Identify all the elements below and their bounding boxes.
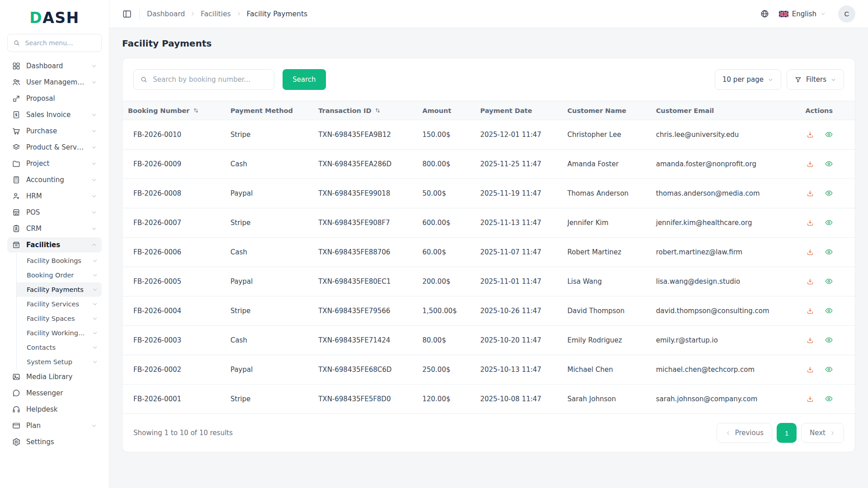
- table-header: Booking Number Payment Method Transactio…: [123, 101, 855, 120]
- cell-amount: 800.00$: [417, 150, 475, 179]
- sidebar-item-label: CRM: [26, 225, 85, 233]
- table-row: FB-2026-0001 Stripe TXN-698435FE5F8D0 12…: [123, 385, 855, 414]
- view-button[interactable]: [824, 394, 834, 404]
- cell-customer-email: robert.martinez@law.firm: [651, 238, 800, 267]
- sidebar-item[interactable]: Facility Services: [16, 297, 102, 311]
- column-header-label: Transaction ID: [318, 107, 371, 114]
- sidebar-item[interactable]: Facility Bookings: [16, 253, 102, 268]
- sidebar-item-label: Facility Services: [27, 300, 86, 308]
- sidebar-item[interactable]: Plan: [7, 418, 102, 433]
- view-button[interactable]: [824, 129, 834, 140]
- view-button[interactable]: [824, 247, 834, 257]
- language-selector[interactable]: English: [776, 9, 829, 19]
- current-page-button[interactable]: 1: [777, 423, 797, 443]
- booking-search-input[interactable]: [152, 75, 268, 84]
- sidebar-item[interactable]: Facility Payments: [16, 282, 102, 297]
- avatar[interactable]: C: [838, 5, 855, 23]
- cell-amount: 150.00$: [417, 120, 475, 150]
- download-button[interactable]: [805, 130, 815, 140]
- sidebar-toggle-button[interactable]: [122, 9, 132, 19]
- per-page-select[interactable]: 10 per page: [715, 69, 781, 90]
- sidebar-item[interactable]: Purchase: [7, 123, 102, 139]
- download-button[interactable]: [805, 306, 815, 316]
- download-button[interactable]: [805, 218, 815, 228]
- sidebar-item[interactable]: Facility Working Hours: [16, 326, 102, 340]
- cell-customer-email: michael.chen@techcorp.com: [651, 355, 800, 385]
- view-button[interactable]: [824, 335, 834, 345]
- sidebar-item-label: Proposal: [26, 94, 97, 103]
- sidebar-item[interactable]: System Setup: [16, 355, 102, 369]
- download-button[interactable]: [805, 365, 815, 375]
- filters-button[interactable]: Filters: [787, 69, 844, 90]
- brand-logo-accent: D: [29, 9, 42, 27]
- sidebar-item-label: Booking Order: [27, 272, 86, 279]
- view-button[interactable]: [824, 364, 834, 375]
- page-title: Facility Payments: [122, 38, 855, 49]
- chevron-down-icon: [91, 63, 97, 69]
- breadcrumb-facilities[interactable]: Facilities: [201, 10, 231, 18]
- sidebar-item[interactable]: HRM: [7, 188, 102, 204]
- cell-actions: [800, 179, 855, 208]
- previous-page-button[interactable]: Previous: [717, 423, 772, 443]
- sidebar-item[interactable]: Helpdesk: [7, 402, 102, 417]
- sidebar-item[interactable]: Dashboard: [7, 58, 102, 74]
- sidebar-item[interactable]: Facilities: [7, 237, 102, 253]
- cell-customer-name: Amanda Foster: [562, 150, 651, 179]
- view-button[interactable]: [824, 159, 834, 169]
- download-button[interactable]: [805, 335, 815, 345]
- eye-icon: [825, 189, 833, 197]
- sidebar-item[interactable]: Settings: [7, 434, 102, 450]
- sidebar-item[interactable]: Media Library: [7, 369, 102, 385]
- download-button[interactable]: [805, 159, 815, 169]
- sidebar-item[interactable]: POS: [7, 205, 102, 220]
- view-button[interactable]: [824, 217, 834, 228]
- download-button[interactable]: [805, 247, 815, 257]
- download-icon: [806, 395, 814, 403]
- view-button[interactable]: [824, 188, 834, 198]
- sidebar-item-label: Sales Invoice: [26, 111, 85, 119]
- sidebar-item-icon: [12, 372, 21, 381]
- sort-icon[interactable]: [193, 107, 199, 114]
- eye-icon: [825, 306, 833, 315]
- sort-icon[interactable]: [374, 107, 381, 114]
- sidebar-item[interactable]: Proposal: [7, 91, 102, 106]
- cell-customer-name: Christopher Lee: [562, 120, 651, 150]
- download-button[interactable]: [805, 188, 815, 198]
- sidebar-item[interactable]: Contacts: [16, 340, 102, 355]
- page-content: Facility Payments Search 10 per page: [109, 28, 868, 462]
- sidebar-item[interactable]: User Management: [7, 75, 102, 90]
- sidebar-item-label: Product & Service: [26, 143, 85, 151]
- cell-booking-number: FB-2026-0003: [123, 326, 225, 355]
- sidebar-item[interactable]: CRM: [7, 221, 102, 236]
- cell-customer-name: Emily Rodriguez: [562, 326, 651, 355]
- column-header: Payment Method: [225, 101, 313, 120]
- sidebar-search-input[interactable]: [24, 39, 96, 47]
- sidebar-item[interactable]: $ Sales Invoice: [7, 107, 102, 122]
- globe-button[interactable]: [760, 9, 769, 19]
- sidebar-item[interactable]: Facility Spaces: [16, 311, 102, 326]
- sidebar-item[interactable]: Accounting: [7, 172, 102, 188]
- eye-icon: [825, 248, 833, 256]
- sidebar-item[interactable]: Project: [7, 156, 102, 171]
- view-button[interactable]: [824, 276, 834, 286]
- column-header[interactable]: Transaction ID: [313, 101, 417, 120]
- sidebar-item-label: Facility Working Hours: [27, 329, 86, 337]
- view-button[interactable]: [824, 305, 834, 316]
- card-footer: Showing 1 to 10 of 10 results Previous 1…: [123, 414, 855, 452]
- sidebar-item[interactable]: Product & Service: [7, 140, 102, 155]
- breadcrumb-dashboard[interactable]: Dashboard: [147, 10, 185, 18]
- sidebar-item[interactable]: Messenger: [7, 385, 102, 401]
- download-button[interactable]: [805, 394, 815, 404]
- eye-icon: [825, 365, 833, 374]
- chevron-right-icon: [190, 11, 196, 17]
- sidebar-item-label: Accounting: [26, 176, 85, 184]
- next-page-button[interactable]: Next: [801, 423, 844, 443]
- cell-customer-email: thomas.anderson@media.com: [651, 179, 800, 208]
- search-button[interactable]: Search: [283, 69, 326, 90]
- column-header-label: Actions: [805, 107, 833, 114]
- breadcrumb-current: Facility Payments: [247, 10, 308, 18]
- sidebar-item[interactable]: Booking Order: [16, 268, 102, 282]
- svg-text:$: $: [15, 113, 18, 117]
- download-button[interactable]: [805, 277, 815, 286]
- column-header[interactable]: Booking Number: [123, 101, 225, 120]
